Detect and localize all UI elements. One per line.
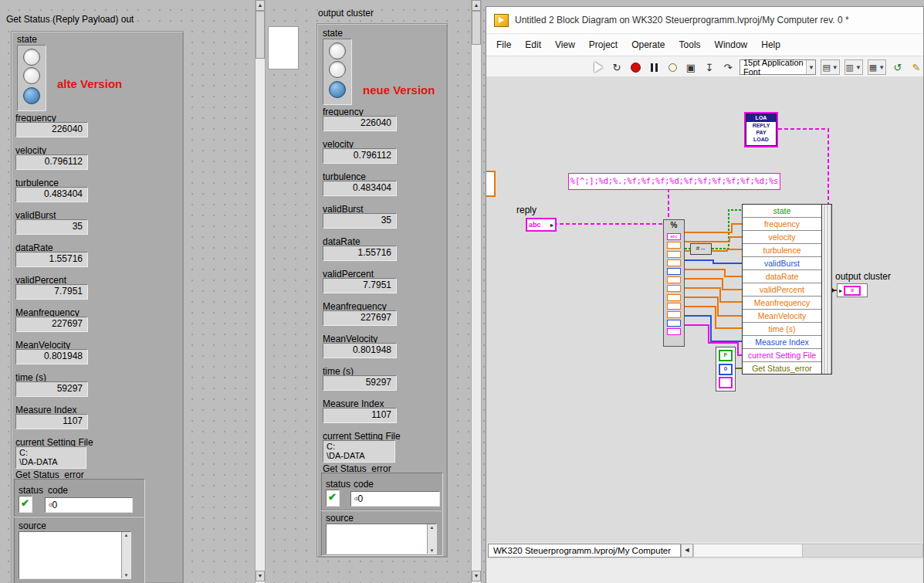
load-reply-payload-subvi[interactable]: LOA REPLY PAY LOAD (746, 114, 777, 146)
scan-from-string-node[interactable]: % abc (663, 219, 685, 347)
run-button[interactable] (591, 59, 605, 75)
bundle-field[interactable]: current Setting File (743, 349, 821, 362)
font-selector[interactable]: 15pt Application Font ▼ (740, 59, 816, 75)
bundle-field[interactable]: validPercent (743, 283, 821, 297)
bundle-field[interactable]: state (743, 205, 821, 218)
bundle-field[interactable]: dataRate (743, 270, 821, 283)
menu-file[interactable]: File (489, 39, 518, 50)
menu-operate[interactable]: Operate (624, 39, 672, 50)
conversion-node[interactable]: #↔ (690, 243, 712, 255)
distribute-objects-dropdown[interactable]: ▥▼ (844, 59, 863, 75)
bundle-field[interactable]: Get Status_error (743, 362, 821, 375)
numeric-indicator[interactable]: 59297 (323, 375, 397, 391)
numeric-indicator[interactable]: 1.55716 (15, 252, 88, 267)
block-diagram-canvas[interactable]: %[^;];%d;%.;%f;%f;%f;%d;%f;%f;%f;%f;%f;%… (486, 76, 923, 542)
scrollbar-thumb[interactable] (256, 11, 265, 59)
numeric-indicator[interactable]: 0.483404 (323, 181, 397, 196)
bundle-field[interactable]: turbulence (743, 244, 821, 257)
menu-tools[interactable]: Tools (672, 39, 708, 50)
status-boolean[interactable]: ✔ (326, 490, 340, 507)
abort-button[interactable] (628, 59, 642, 75)
setting-file-indicator[interactable]: C: \DA-DATA (15, 446, 86, 469)
execution-target-box[interactable]: WK320 Steuerprogramm.lvproj/My Computer (488, 544, 681, 558)
reorder-button[interactable]: ↺ (891, 59, 905, 75)
scrollbar-thumb[interactable] (694, 544, 803, 557)
source-scrollbar[interactable]: ▲ ▼ (427, 524, 436, 554)
state-radio-group[interactable] (323, 39, 352, 105)
scroll-down-icon[interactable]: ▼ (122, 573, 130, 578)
numeric-indicator[interactable]: 1107 (323, 408, 397, 423)
boolean-false-constant[interactable]: F (719, 350, 733, 361)
reply-string-terminal[interactable]: abc ▸ (526, 218, 557, 232)
scroll-down-icon[interactable]: ▼ (428, 548, 436, 553)
bundle-by-name-node[interactable]: state frequency velocity turbulence vali… (742, 204, 832, 375)
state-radio-group[interactable] (17, 45, 46, 111)
bundle-field[interactable]: frequency (743, 218, 821, 231)
numeric-indicator[interactable]: 1107 (15, 414, 88, 429)
radio-led-2[interactable] (329, 61, 346, 78)
numeric-indicator[interactable]: 0.796112 (15, 154, 88, 170)
status-boolean[interactable]: ✔ (19, 496, 32, 513)
numeric-indicator[interactable]: 227697 (15, 317, 88, 332)
scroll-down-icon[interactable]: ▼ (256, 571, 265, 581)
highlight-execution-button[interactable] (665, 59, 679, 75)
bundle-field[interactable]: MeanVelocity (743, 310, 821, 323)
empty-string-constant[interactable] (719, 377, 733, 388)
source-indicator[interactable]: ▲ ▼ (326, 524, 437, 554)
code-indicator[interactable]: d0 (350, 491, 440, 507)
retain-wire-values-button[interactable]: ▣ (684, 59, 698, 75)
scroll-down-icon[interactable]: ▼ (472, 571, 481, 581)
run-continuous-button[interactable]: ↻ (610, 59, 624, 75)
menu-project[interactable]: Project (582, 39, 624, 50)
radio-led-3-selected[interactable] (329, 81, 346, 98)
numeric-indicator[interactable]: 0.483404 (15, 187, 88, 202)
output-cluster-terminal[interactable]: ▸ ≣ (837, 283, 868, 297)
radio-led-3-selected[interactable] (23, 87, 40, 104)
scroll-up-icon[interactable]: ▲ (428, 525, 436, 530)
bundle-field[interactable]: Meanfrequency (743, 297, 821, 310)
numeric-indicator[interactable]: 227697 (323, 310, 397, 326)
error-cluster-constant[interactable]: F 0 (716, 347, 736, 391)
numeric-indicator[interactable]: 226040 (323, 116, 397, 131)
numeric-indicator[interactable]: 35 (15, 219, 88, 235)
vertical-scrollbar-middle[interactable]: ▲ ▼ (471, 0, 482, 583)
horizontal-scrollbar[interactable] (693, 544, 923, 558)
menu-help[interactable]: Help (754, 39, 787, 50)
source-indicator[interactable]: ▲ ▼ (19, 531, 131, 579)
numeric-zero-constant[interactable]: 0 (719, 364, 733, 375)
scrollbar-thumb[interactable] (472, 11, 481, 45)
numeric-indicator[interactable]: 0.796112 (323, 148, 397, 164)
menu-edit[interactable]: Edit (518, 39, 548, 50)
step-over-button[interactable]: ↷ (721, 59, 735, 75)
bundle-field[interactable]: Measure Index (743, 336, 821, 349)
numeric-indicator[interactable]: 7.7951 (15, 284, 88, 300)
menu-view[interactable]: View (548, 39, 582, 50)
clean-up-diagram-button[interactable]: ✎ (909, 59, 923, 75)
numeric-indicator[interactable]: 0.801948 (15, 349, 88, 364)
scroll-up-icon[interactable]: ▲ (472, 0, 481, 11)
bundle-field[interactable]: time (s) (743, 323, 821, 336)
menu-window[interactable]: Window (708, 39, 755, 50)
resize-objects-dropdown[interactable]: ▦▼ (868, 59, 886, 75)
bundle-field[interactable]: validBurst (743, 257, 821, 270)
titlebar[interactable]: Untitled 2 Block Diagram on WK320 Steuer… (486, 7, 923, 34)
radio-led-1[interactable] (23, 49, 40, 66)
numeric-indicator[interactable]: 7.7951 (323, 278, 397, 293)
source-scrollbar[interactable]: ▲ ▼ (121, 532, 130, 578)
step-into-button[interactable]: ↧ (702, 59, 716, 75)
numeric-indicator[interactable]: 59297 (15, 381, 88, 397)
bundle-field[interactable]: velocity (743, 231, 821, 244)
vertical-scrollbar-left[interactable]: ▲ ▼ (255, 0, 266, 583)
clipped-node[interactable] (486, 171, 496, 197)
radio-led-1[interactable] (329, 42, 346, 59)
pause-button[interactable] (647, 59, 661, 75)
numeric-indicator[interactable]: 226040 (15, 122, 88, 137)
numeric-indicator[interactable]: 1.55716 (323, 246, 397, 261)
format-string-constant[interactable]: %[^;];%d;%.;%f;%f;%f;%d;%f;%f;%f;%f;%f;%… (568, 173, 780, 190)
scroll-up-icon[interactable]: ▲ (122, 533, 130, 537)
setting-file-indicator[interactable]: C: \DA-DATA (323, 440, 395, 463)
code-indicator[interactable]: d0 (45, 497, 133, 513)
numeric-indicator[interactable]: 35 (323, 213, 397, 229)
radio-led-2[interactable] (23, 67, 40, 84)
scroll-up-icon[interactable]: ▲ (256, 0, 265, 11)
